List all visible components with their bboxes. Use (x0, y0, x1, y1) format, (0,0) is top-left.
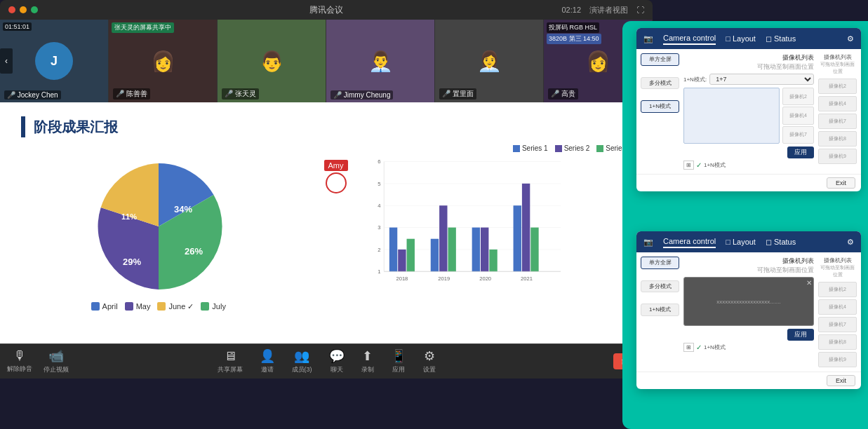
cam-tab-camera-1[interactable]: Camera control (663, 32, 716, 45)
cam-main-title-1: 摄像机列表 可拖动至制画面位置 (683, 53, 814, 72)
participant-name-zhi: 🎤 置里面 (439, 88, 476, 100)
cam-panel-body-2: 单方全屏 多分模式 1+N模式 摄像机列表 可拖动至制画面位置 ✕ xxxxxx… (636, 252, 861, 372)
participant-zhi[interactable]: 👩‍💼 🎤 置里面 (435, 20, 544, 102)
cam-btn-1n-1[interactable]: 1+N模式 (641, 100, 679, 113)
cam-panel-header-1: 📷 Camera control □ Layout ◻ Status ⚙ (636, 28, 861, 49)
cam-btn-single-2[interactable]: 单方全屏 (641, 257, 679, 269)
cam-panel-bottom: 📷 Camera control □ Layout ◻ Status ⚙ 单方全… (636, 231, 861, 389)
legend-dot-april (91, 302, 100, 311)
toolbar-video[interactable]: 📹 停止视频 (44, 348, 69, 374)
record-label: 录制 (361, 365, 374, 374)
participant-name-jimmy: 🎤 Jimmy Cheung (330, 90, 393, 100)
expand-icon[interactable]: ⛶ (636, 6, 644, 14)
pie-legend: April May June ✓ July (91, 302, 226, 311)
cam-thumb-header-1: 摄像机列表可拖动至制画面位置 (818, 53, 857, 75)
svg-text:5: 5 (378, 181, 380, 187)
video-label: 停止视频 (44, 365, 69, 374)
cam-btn-1n-2[interactable]: 1+N模式 (641, 304, 679, 316)
participant-jimmy[interactable]: 👨‍💼 🎤 Jimmy Cheung (326, 20, 435, 102)
toolbar-chat[interactable]: 💬 聊天 (329, 348, 345, 374)
cam-thumb-2a: 摄像机2 (818, 282, 857, 297)
invite-label: 邀请 (261, 365, 274, 374)
slide-title-bar (21, 116, 25, 137)
title-bar-controls (8, 6, 38, 13)
cam-main-1: 摄像机列表 可拖动至制画面位置 1+N模式: 1+7 1+5 1+3 摄像机2 … (683, 53, 814, 170)
mute-label: 解除静音 (7, 365, 32, 374)
svg-text:11%: 11% (121, 212, 137, 221)
cam-tab-status-2[interactable]: ◻ Status (766, 236, 796, 248)
cam-thumb-2e: 摄像机9 (818, 352, 857, 367)
s2-label: Series 2 (564, 144, 590, 152)
toolbar-apps[interactable]: 📱 应用 (391, 348, 406, 374)
slide-header: 阶段成果汇报 (21, 116, 632, 137)
members-label: 成员(3) (292, 365, 312, 374)
cam-exit-btn-2[interactable]: Exit (827, 375, 855, 386)
svg-text:2020: 2020 (479, 275, 491, 282)
participant-name-gao: 🎤 高贵 (548, 88, 578, 100)
view-label[interactable]: 演讲者视图 (589, 5, 628, 15)
apps-icon: 📱 (391, 348, 406, 364)
amy-label: Amy (324, 160, 348, 171)
legend-label-april: April (102, 302, 118, 311)
toolbar-mute[interactable]: 🎙 解除静音 (7, 348, 32, 374)
gear-icon-2[interactable]: ⚙ (847, 238, 854, 247)
cam-tab-layout-2[interactable]: □ Layout (726, 236, 756, 247)
pie-chart-area: 34% 26% 29% 11% April May (21, 144, 296, 322)
svg-text:2019: 2019 (438, 275, 450, 282)
cam-1n-icon-2: ⊞ (683, 343, 694, 352)
toolbar-share[interactable]: 🖥 共享屏幕 (218, 349, 243, 374)
toolbar-record[interactable]: ⬆ 录制 (361, 348, 374, 374)
cam-tab-layout-1[interactable]: □ Layout (726, 33, 756, 44)
gear-icon-1[interactable]: ⚙ (847, 34, 854, 43)
cam-side-box-1a: 摄像机2 (782, 88, 814, 105)
cam-exit-btn-1[interactable]: Exit (827, 177, 855, 189)
legend-dot-may (125, 302, 133, 311)
cam-tab-camera-2[interactable]: Camera control (663, 236, 716, 248)
cam-check-2: ✓ (696, 343, 702, 351)
cam-mode-select-1[interactable]: 1+7 1+5 1+3 (709, 74, 814, 85)
minimize-dot[interactable] (20, 6, 27, 13)
toolbar-settings[interactable]: ⚙ 设置 (423, 348, 436, 374)
s2-dot (555, 145, 562, 152)
participant-name-jockey: 🎤 Jockey Chen (4, 90, 61, 100)
cam-apply-row-2: 应用 (683, 329, 814, 341)
maximize-dot[interactable] (31, 6, 38, 13)
title-bar: 腾讯会议 02:12 演讲者视图 ⛶ (0, 0, 653, 20)
strip-nav-left[interactable]: ‹ (0, 48, 13, 74)
toolbar-members[interactable]: 👥 成员(3) (292, 348, 312, 374)
cam-side-box-1c: 摄像机7 (782, 126, 814, 144)
video-icon: 📹 (48, 348, 64, 364)
svg-rect-17 (389, 228, 396, 272)
cam-apply-btn-1[interactable]: 应用 (787, 147, 814, 158)
cam-btn-single-1[interactable]: 单方全屏 (641, 53, 679, 66)
svg-text:2021: 2021 (521, 275, 533, 282)
cam-bottom-label-1: 1+N模式 (704, 161, 726, 169)
cam-btn-multi-2[interactable]: 多分模式 (641, 280, 679, 293)
svg-text:2: 2 (378, 247, 380, 253)
bar-chart-legend: Series 1 Series 2 Series 3 (296, 144, 632, 152)
svg-text:6: 6 (378, 158, 380, 165)
cam-btn-multi-1[interactable]: 多分模式 (641, 77, 679, 90)
cam-apply-btn-2[interactable]: 应用 (787, 329, 814, 341)
svg-text:29%: 29% (123, 257, 141, 267)
participant-zhang[interactable]: 👨 🎤 张天灵 (218, 20, 326, 102)
toolbar-invite[interactable]: 👤 邀请 (260, 348, 275, 374)
participant-badge-jockey: 01:51:01 (3, 22, 32, 31)
svg-text:26%: 26% (185, 246, 203, 257)
svg-text:34%: 34% (174, 204, 192, 214)
meeting-time: 02:12 (561, 6, 581, 14)
svg-text:4: 4 (378, 203, 380, 209)
legend-may: May (125, 302, 151, 311)
cam-grid-top-1: 1+N模式: 1+7 1+5 1+3 (683, 74, 814, 85)
svg-rect-23 (472, 228, 479, 272)
svg-rect-19 (406, 239, 414, 272)
cam-tab-status-1[interactable]: ◻ Status (766, 33, 796, 45)
pie-chart-svg: 34% 26% 29% 11% (88, 156, 229, 297)
participant-chen[interactable]: 👩 张天灵的屏幕共享中 🎤 陈善善 (109, 20, 218, 102)
cam-video-close-2[interactable]: ✕ (806, 279, 812, 287)
participant-badge-gao: 投屏码 RGB HSL (547, 22, 599, 33)
participant-jockey[interactable]: J 01:51:01 🎤 Jockey Chen (0, 20, 109, 102)
close-dot[interactable] (8, 6, 15, 13)
svg-rect-21 (439, 205, 447, 271)
svg-rect-26 (513, 205, 521, 271)
